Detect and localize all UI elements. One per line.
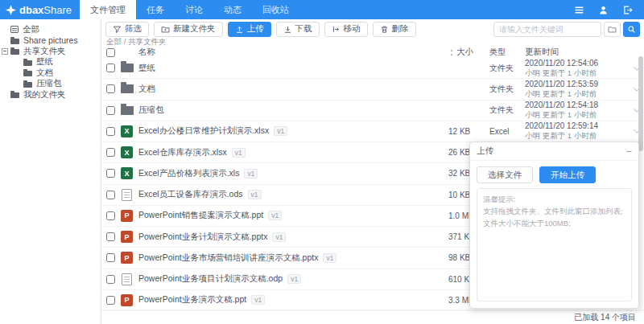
sidebar-item-icon [10,92,19,98]
sidebar-item[interactable]: 压缩包 [0,79,101,90]
file-name[interactable]: 压缩包 [138,105,164,116]
file-name[interactable]: Excel办公楼日常维护计划演示.xlsx [138,125,269,137]
topbar-tab[interactable]: 回收站 [252,0,299,19]
upload-button[interactable]: 上传 [228,22,271,37]
scrollbar-thumb[interactable] [638,56,643,151]
sidebar-item[interactable]: 共享文件夹 [0,46,101,57]
topbar-tab[interactable]: 文件管理 [80,0,136,19]
sidebar-item[interactable]: 文档 [0,68,101,79]
table-row[interactable]: 文档 文件夹 2020/11/20 12:53:59 小明 更新于 1 小时前 [101,79,644,100]
file-updated: 2020/11/20 12:53:59 小明 更新于 1 小时前 [525,80,630,99]
sidebar-item[interactable]: Share pictures [0,35,101,47]
sidebar: 全部 Share pictures 共享文件夹 壁纸 文档 压缩包 [0,19,101,324]
table-row[interactable]: 壁纸 文件夹 2020/11/20 12:54:06 小明 更新于 1 小时前 [101,58,644,79]
status-bar: 已加载 14 个项目 [101,310,644,324]
user-icon[interactable] [598,5,609,15]
row-checkbox[interactable] [106,148,115,157]
row-checkbox[interactable] [106,211,115,220]
file-name[interactable]: Excel产品价格列表演示.xls [138,168,239,179]
file-name[interactable]: PowerPoint业务计划演示文稿.pptx [138,232,267,243]
upload-tip-line3: 文件大小不能大于100MB; [483,217,625,229]
search-folder-button[interactable] [604,22,621,37]
search-group [493,22,640,37]
sidebar-item-label: Share pictures [23,35,78,45]
row-checkbox[interactable] [106,275,115,284]
search-button[interactable] [623,22,640,37]
sidebar-item-icon [10,49,19,55]
file-name[interactable]: 壁纸 [138,63,155,74]
row-checkbox[interactable] [106,127,115,136]
file-type-icon [121,64,134,72]
folder-icon [608,25,617,34]
file-name[interactable]: Excel仓库库存演示.xlsx [138,147,227,158]
download-label: 下载 [295,23,312,35]
sidebar-item-label: 壁纸 [36,56,53,68]
filter-icon [113,25,122,34]
upload-dialog-title: 上传 [477,146,493,157]
row-checkbox[interactable] [106,169,115,178]
file-type: 文件夹 [485,63,525,74]
sidebar-item[interactable]: 壁纸 [0,57,101,68]
toolbar: 筛选 新建文件夹 上传 下载 移动 [101,21,644,37]
column-header-updated[interactable]: 更新时间 [525,47,630,58]
row-checkbox[interactable] [106,296,115,305]
trash-icon [380,25,389,34]
minimize-icon[interactable]: − [625,146,632,157]
search-input[interactable] [493,22,601,37]
row-checkbox[interactable] [106,106,115,115]
version-badge: v1 [232,148,246,158]
sidebar-item-icon [23,82,32,88]
new-folder-button[interactable]: 新建文件夹 [154,22,223,37]
sort-icon [448,49,455,56]
file-type-icon: P [121,252,133,264]
download-button[interactable]: 下载 [276,22,320,37]
version-badge: v1 [244,169,258,178]
collapse-icon[interactable] [2,48,8,55]
sidebar-item-icon [10,39,19,44]
delete-button[interactable]: 删除 [373,22,416,37]
sidebar-item[interactable]: 我的文件夹 [0,89,101,100]
table-row[interactable]: X Excel办公楼日常维护计划演示.xlsx v1 12 KB Excel 2… [101,121,644,142]
column-header-size[interactable]: 大小 [448,47,485,58]
topbar-tab[interactable]: 动态 [213,0,252,19]
logo-text-light: Share [43,4,72,16]
select-all-checkbox[interactable] [106,48,115,57]
logout-icon[interactable] [622,5,633,15]
upload-tip-line1: 温馨提示: [483,193,625,205]
file-type: Excel [485,127,525,136]
table-row[interactable]: 压缩包 文件夹 2020/11/20 12:54:18 小明 更新于 1 小时前 [101,100,644,121]
move-label: 移动 [344,23,361,35]
sidebar-item-icon [23,71,32,76]
column-header-name[interactable]: 名称 [138,47,448,58]
file-type-icon: P [121,231,133,243]
topbar-tab-label: 任务 [147,4,164,16]
row-checkbox[interactable] [106,191,115,199]
file-name[interactable]: PowerPoint销售提案演示文稿.ppt [138,210,263,221]
file-name[interactable]: 文档 [138,84,155,95]
row-checkbox[interactable] [106,84,115,93]
sidebar-item[interactable]: 全部 [0,24,101,35]
file-name[interactable]: Excel员工设备库存演示.ods [138,189,243,200]
row-checkbox[interactable] [106,253,115,262]
move-icon [332,25,341,34]
file-name[interactable]: PowerPoint业务市场营销培训讲座演示文稿.pptx [138,252,318,264]
topbar-tab[interactable]: 任务 [136,0,175,19]
topbar-actions [574,0,644,19]
version-badge: v1 [251,295,265,305]
choose-file-button[interactable]: 选择文件 [477,166,533,183]
filter-button[interactable]: 筛选 [105,22,149,37]
row-checkbox[interactable] [106,232,115,241]
column-header-type[interactable]: 类型 [485,47,525,58]
file-type-icon: P [121,210,133,222]
file-name[interactable]: PowerPoint业务演示文稿.ppt [138,294,246,306]
file-name[interactable]: PowerPoint业务项目计划演示文稿.odp [138,273,283,285]
upload-drop-zone[interactable]: 温馨提示: 支持拖拽文件夹、文件到此窗口添加列表; 文件大小不能大于100MB; [477,188,632,301]
breadcrumb[interactable]: 全部 / 共享文件夹 [101,37,644,47]
row-checkbox[interactable] [106,64,115,72]
move-button[interactable]: 移动 [324,22,368,37]
menu-icon[interactable] [574,5,584,15]
file-type-icon: X [121,125,133,137]
topbar-tab[interactable]: 讨论 [175,0,213,19]
start-upload-button[interactable]: 开始上传 [539,166,596,183]
topbar-tab-label: 讨论 [185,4,203,16]
